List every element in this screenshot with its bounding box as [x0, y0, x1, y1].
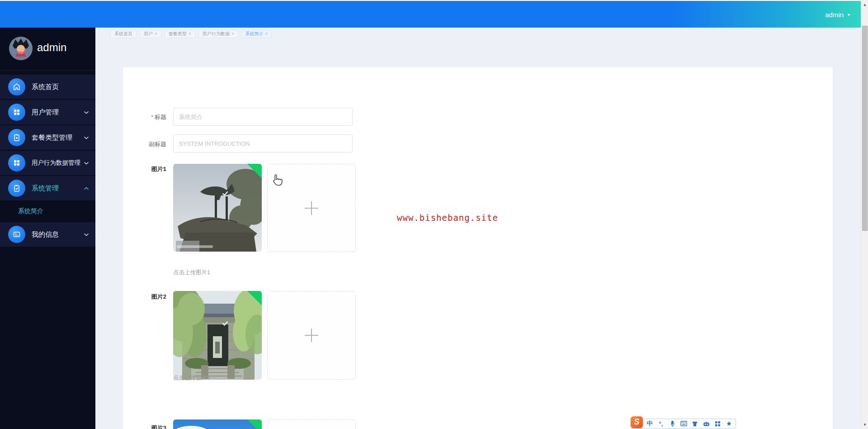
uploaded-image-2[interactable]	[173, 291, 262, 380]
tab-user-behavior-data[interactable]: 用户行为数据 ×	[198, 30, 238, 38]
tab-system-introduction[interactable]: 系统简介 ×	[241, 30, 272, 38]
tab-label: 用户	[144, 31, 153, 37]
close-icon[interactable]: ×	[231, 32, 234, 36]
chevron-down-icon	[84, 162, 89, 165]
sidebar-item-label: 我的信息	[32, 230, 59, 239]
tab-label: 用户行为数据	[203, 31, 230, 37]
title-label-text: 标题	[155, 114, 166, 120]
sidebar-item-label: 系统管理	[32, 184, 59, 193]
tab-label: 套餐类型	[169, 31, 187, 37]
title-label: *标题	[123, 113, 166, 121]
sidebar-item-user-management[interactable]: 用户管理	[0, 100, 95, 124]
sidebar-item-user-behavior-data-management[interactable]: 用户行为数据管理	[0, 151, 95, 175]
tab-bar: 系统首页 用户 × 套餐类型 × 用户行为数据 × 系统简介 ×	[95, 29, 272, 39]
sidebar-item-home[interactable]: 系统首页	[0, 75, 95, 99]
sogou-logo-icon[interactable]: S	[631, 416, 643, 428]
clipboard-x-icon	[8, 129, 25, 146]
scroll-up-button[interactable]: ▲	[861, 1, 868, 8]
sidebar-item-label: 用户管理	[32, 108, 59, 117]
sidebar-item-my-info[interactable]: 我的信息	[0, 222, 95, 247]
check-icon	[221, 319, 229, 327]
tab-home[interactable]: 系统首页	[110, 30, 137, 38]
sidebar-item-label: 用户行为数据管理	[32, 159, 80, 167]
ime-toolbar: S 中 °,	[631, 419, 736, 429]
skin-shirt-icon[interactable]	[690, 419, 699, 428]
chevron-down-icon	[84, 111, 89, 114]
chevron-down-icon	[84, 233, 89, 236]
close-icon[interactable]: ×	[265, 32, 268, 36]
plus-icon	[304, 200, 319, 216]
profile-block: admin	[0, 28, 95, 71]
avatar-image	[9, 37, 33, 60]
subtitle-input[interactable]	[173, 134, 353, 153]
sidebar-subitem-label: 系统简介	[18, 207, 43, 215]
profile-name: admin	[37, 41, 66, 54]
apps-grid-icon	[8, 154, 25, 172]
scrollbar-thumb[interactable]	[862, 26, 868, 231]
upload-box-2[interactable]	[267, 291, 356, 380]
settings-star-icon[interactable]	[724, 419, 733, 428]
check-icon	[221, 189, 229, 197]
upload-hint-2: 点击上传图片2	[173, 374, 210, 382]
tab-label: 系统简介	[245, 31, 264, 37]
avatar[interactable]	[9, 37, 33, 60]
caret-down-icon: ▼	[847, 13, 851, 17]
user-name: admin	[825, 11, 844, 19]
title-input[interactable]	[173, 108, 353, 126]
apps-grid-icon	[8, 104, 25, 121]
id-card-icon	[8, 226, 25, 243]
toolbox-robot-icon[interactable]	[702, 419, 711, 428]
sidebar-menu: 系统首页 用户管理 套餐类型管理 用户行为数据管理	[0, 75, 95, 248]
tab-users[interactable]: 用户 ×	[140, 30, 161, 38]
sidebar: admin 系统首页 用户管理 套餐类型管理	[0, 28, 95, 429]
tab-label: 系统首页	[114, 31, 132, 37]
image1-label: 图片1	[123, 165, 166, 173]
punctuation-icon[interactable]: °,	[656, 419, 665, 428]
upload-success-badge	[247, 164, 262, 178]
required-mark: *	[151, 114, 153, 120]
vertical-scrollbar[interactable]: ▲ ▼	[861, 0, 868, 429]
home-icon	[8, 78, 25, 95]
uploaded-image-3[interactable]	[173, 419, 262, 429]
close-icon[interactable]: ×	[155, 32, 157, 36]
sidebar-subitem-system-introduction[interactable]: 系统简介	[0, 201, 95, 221]
clipboard-check-icon	[8, 180, 25, 197]
chevron-down-icon	[84, 136, 89, 139]
close-icon[interactable]: ×	[189, 32, 191, 36]
sidebar-item-package-type-management[interactable]: 套餐类型管理	[0, 125, 95, 150]
image3-label: 图片3	[123, 424, 166, 429]
scroll-down-button[interactable]: ▼	[861, 421, 868, 428]
plus-icon	[304, 328, 319, 343]
image2-label: 图片2	[123, 293, 166, 301]
site-watermark: www.bishebang.site	[397, 213, 498, 223]
microphone-icon[interactable]	[668, 419, 677, 428]
more-grid-icon[interactable]	[713, 419, 722, 428]
form-card: *标题 副标题 图片1	[123, 67, 833, 429]
sidebar-item-system-management[interactable]: 系统管理	[0, 176, 95, 200]
upload-success-badge	[247, 419, 262, 429]
upload-box-1[interactable]	[267, 164, 356, 252]
top-header: admin ▼	[0, 0, 861, 28]
main-area: 系统首页 用户 × 套餐类型 × 用户行为数据 × 系统简介 × *标题 副标题…	[95, 28, 861, 429]
keyboard-icon[interactable]	[679, 419, 688, 428]
upload-box-3[interactable]	[267, 419, 356, 429]
chinese-mode-icon[interactable]: 中	[645, 419, 654, 428]
uploaded-image-1[interactable]	[173, 164, 262, 252]
upload-success-badge	[247, 291, 262, 305]
sidebar-item-label: 系统首页	[32, 83, 59, 91]
tab-package-type[interactable]: 套餐类型 ×	[165, 30, 195, 38]
user-dropdown[interactable]: admin ▼	[825, 1, 851, 29]
upload-hint-1: 点击上传图片1	[173, 269, 210, 276]
subtitle-label: 副标题	[123, 140, 166, 148]
chevron-up-icon	[84, 187, 89, 190]
sidebar-item-label: 套餐类型管理	[32, 133, 72, 142]
